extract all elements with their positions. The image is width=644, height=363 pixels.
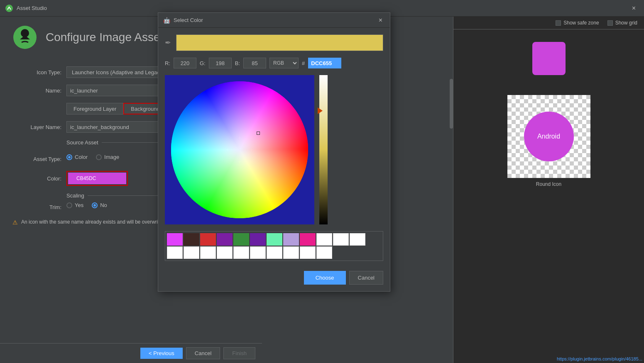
layer-name-label: Layer Name: xyxy=(12,124,66,130)
page-title: Configure Image Asset xyxy=(46,31,163,44)
dialog-title-text: Select Color xyxy=(174,17,376,23)
r-label: R: xyxy=(165,60,170,66)
preview-content: Android Round Icon xyxy=(453,29,644,200)
brightness-slider[interactable] xyxy=(319,75,328,224)
scroll-thumb[interactable] xyxy=(450,79,453,129)
swatch-green[interactable] xyxy=(233,233,249,246)
icon-preview-small xyxy=(532,42,566,75)
color-wheel-canvas[interactable] xyxy=(165,75,314,224)
show-safe-zone-checkbox[interactable] xyxy=(556,20,561,26)
radio-trim-no-circle xyxy=(92,202,98,208)
swatch-empty-4[interactable] xyxy=(167,246,183,259)
brightness-slider-container xyxy=(319,75,328,224)
window-close-button[interactable]: × xyxy=(629,3,639,14)
r-input[interactable] xyxy=(174,58,196,68)
round-icon-circle: Android xyxy=(524,112,574,161)
bottom-bar: < Previous Cancel Finish xyxy=(0,343,262,363)
swatches-container xyxy=(165,231,383,261)
g-label: G: xyxy=(200,60,206,66)
asset-type-radios: Color Image xyxy=(66,154,119,160)
color-wheel-container[interactable] xyxy=(165,75,314,224)
swatch-pink[interactable] xyxy=(167,233,183,246)
round-icon-labels: Round Icon xyxy=(536,181,561,187)
tab-foreground[interactable]: Foreground Layer xyxy=(66,103,123,115)
dialog-buttons: Choose Cancel xyxy=(165,268,383,285)
preview-panel: Show safe zone Show grid Android xyxy=(453,17,644,363)
swatch-empty-13[interactable] xyxy=(316,246,332,259)
color-preview-row: ✒ xyxy=(165,34,383,51)
radio-image-circle xyxy=(96,154,102,160)
radio-trim-no[interactable]: No xyxy=(92,202,107,208)
color-label: Color: xyxy=(12,175,66,182)
rgb-mode-select[interactable]: RGB HSB HSL xyxy=(269,58,299,68)
configure-icon xyxy=(12,25,37,50)
choose-button[interactable]: Choose xyxy=(304,271,346,285)
radio-image[interactable]: Image xyxy=(96,154,119,160)
dialog-android-icon: 🤖 xyxy=(163,17,170,24)
show-grid-label: Show grid xyxy=(615,20,637,26)
show-grid-option: Show grid xyxy=(607,20,637,26)
color-wheel-area xyxy=(165,75,383,224)
scroll-track[interactable] xyxy=(450,66,453,226)
select-color-dialog: 🤖 Select Color × ✒ R: G: B: xyxy=(158,12,390,292)
eyedropper-icon[interactable]: ✒ xyxy=(165,38,171,47)
radio-image-label: Image xyxy=(104,154,119,160)
title-bar-text: Asset Studio xyxy=(17,5,47,11)
dialog-body: ✒ R: G: B: RGB HSB HSL # xyxy=(158,28,390,291)
dialog-cancel-button[interactable]: Cancel xyxy=(349,271,383,285)
color-preview-bar xyxy=(176,34,383,51)
swatch-lavender[interactable] xyxy=(283,233,299,246)
radio-color[interactable]: Color xyxy=(66,154,88,160)
swatch-empty-2[interactable] xyxy=(333,233,349,246)
swatch-empty-8[interactable] xyxy=(233,246,249,259)
show-safe-zone-label: Show safe zone xyxy=(563,20,599,26)
color-hex-value: CB45DC xyxy=(76,175,96,181)
swatch-violet[interactable] xyxy=(250,233,266,246)
preview-options-bar: Show safe zone Show grid xyxy=(453,17,644,29)
round-icon-android-text: Android xyxy=(537,133,560,140)
svg-point-0 xyxy=(5,5,13,12)
g-input[interactable] xyxy=(209,58,232,68)
cancel-button[interactable]: Cancel xyxy=(186,347,220,359)
round-icon-label: Round Icon xyxy=(536,181,561,187)
dialog-close-button[interactable]: × xyxy=(376,16,385,25)
swatch-red[interactable] xyxy=(200,233,216,246)
asset-type-label: Asset Type: xyxy=(12,156,66,162)
swatch-mint[interactable] xyxy=(267,233,282,246)
android-round-icon-container: Android Round Icon xyxy=(507,95,590,187)
radio-trim-yes-label: Yes xyxy=(75,202,83,208)
finish-button[interactable]: Finish xyxy=(223,347,255,359)
swatch-empty-1[interactable] xyxy=(316,233,332,246)
radio-trim-yes-circle xyxy=(66,202,72,208)
b-label: B: xyxy=(235,60,240,66)
dialog-title-bar: 🤖 Select Color × xyxy=(158,13,390,28)
android-studio-icon xyxy=(5,4,13,12)
b-input[interactable] xyxy=(243,58,266,68)
swatch-purple[interactable] xyxy=(217,233,233,246)
radio-color-circle xyxy=(66,154,72,160)
swatch-empty-6[interactable] xyxy=(200,246,216,259)
hex-label: # xyxy=(302,60,305,66)
status-link: https://plugin.jetbrains.com/plugin/4618… xyxy=(557,356,642,361)
color-wheel-crosshair xyxy=(257,132,260,135)
round-icon-inner: Android xyxy=(537,133,560,140)
show-grid-checkbox[interactable] xyxy=(607,20,613,26)
swatch-empty-11[interactable] xyxy=(283,246,299,259)
swatch-empty-7[interactable] xyxy=(217,246,233,259)
warning-text: An icon with the same name already exist… xyxy=(21,219,164,225)
trim-label: Trim: xyxy=(12,204,66,210)
previous-button[interactable]: < Previous xyxy=(140,348,183,359)
swatch-empty-10[interactable] xyxy=(267,246,282,259)
warning-icon: ⚠ xyxy=(12,219,18,226)
swatch-brown[interactable] xyxy=(184,233,199,246)
name-label: Name: xyxy=(12,88,66,94)
swatch-empty-3[interactable] xyxy=(350,233,365,246)
swatch-empty-9[interactable] xyxy=(250,246,266,259)
swatch-empty-12[interactable] xyxy=(300,246,316,259)
swatch-empty-5[interactable] xyxy=(184,246,199,259)
radio-trim-yes[interactable]: Yes xyxy=(66,202,83,208)
main-window: Asset Studio × Configure Image Asset Ico… xyxy=(0,0,644,363)
color-swatch-button[interactable]: CB45DC xyxy=(68,173,126,184)
swatch-magenta[interactable] xyxy=(300,233,316,246)
hex-input[interactable] xyxy=(308,58,341,68)
